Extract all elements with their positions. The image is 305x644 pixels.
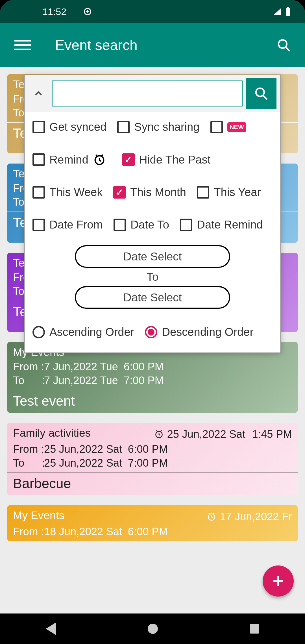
filter-get-synced[interactable]: Get synced bbox=[32, 121, 106, 133]
search-input[interactable] bbox=[52, 80, 243, 106]
filter-date-from[interactable]: Date From bbox=[32, 218, 103, 231]
checkbox-icon bbox=[32, 121, 45, 133]
signal-icon bbox=[273, 7, 282, 16]
date-select-from-button[interactable]: Date Select bbox=[75, 245, 230, 268]
collapse-icon[interactable] bbox=[29, 82, 48, 105]
svg-line-10 bbox=[263, 95, 267, 99]
add-event-button[interactable] bbox=[263, 565, 294, 597]
checkbox-icon bbox=[197, 186, 209, 199]
filter-sync-sharing[interactable]: Sync sharing bbox=[117, 121, 199, 133]
checkbox-icon bbox=[32, 219, 45, 231]
event-reminder: 25 Jun,2022 Sat 1:45 PM bbox=[154, 427, 292, 441]
new-badge: NEW bbox=[227, 122, 246, 132]
checkbox-icon bbox=[180, 219, 192, 231]
nav-home-icon[interactable] bbox=[148, 624, 158, 634]
filter-this-week[interactable]: This Week bbox=[32, 186, 103, 199]
filter-this-month[interactable]: This Month bbox=[113, 186, 186, 199]
filter-new[interactable]: NEW bbox=[210, 121, 246, 133]
filter-this-year[interactable]: This Year bbox=[197, 186, 261, 199]
svg-line-4 bbox=[286, 47, 290, 51]
status-time: 11:52 bbox=[42, 6, 66, 17]
event-category: My Events bbox=[13, 509, 64, 522]
event-category: Family activities bbox=[13, 427, 91, 439]
checkbox-icon bbox=[210, 121, 223, 133]
filter-date-to[interactable]: Date To bbox=[114, 218, 169, 231]
nav-recent-icon[interactable] bbox=[250, 624, 259, 634]
event-card[interactable]: My Events 17 Jun,2022 Fr From : 18 Jun,2… bbox=[7, 505, 298, 541]
search-button[interactable] bbox=[246, 78, 276, 109]
svg-rect-1 bbox=[286, 8, 290, 16]
filter-hide-past[interactable]: Hide The Past bbox=[122, 153, 211, 166]
menu-icon[interactable] bbox=[14, 40, 31, 50]
checkbox-icon bbox=[114, 219, 126, 231]
sort-descending[interactable]: Descending Order bbox=[145, 326, 254, 338]
svg-point-9 bbox=[256, 88, 264, 96]
radio-icon bbox=[145, 326, 157, 338]
filter-remind[interactable]: Remind bbox=[32, 153, 106, 166]
radio-icon bbox=[32, 326, 45, 338]
filter-date-remind[interactable]: Date Remind bbox=[180, 218, 263, 231]
alarm-icon bbox=[93, 153, 106, 166]
page-title: Event search bbox=[55, 37, 138, 53]
status-bar: 11:52 bbox=[0, 0, 305, 23]
checkbox-icon bbox=[117, 121, 130, 133]
event-title: Test event bbox=[7, 390, 298, 413]
android-nav-bar bbox=[0, 613, 305, 644]
checkbox-icon bbox=[122, 153, 135, 166]
app-bar: Event search bbox=[0, 23, 305, 67]
battery-icon bbox=[285, 7, 291, 16]
checkbox-icon bbox=[32, 153, 45, 166]
checkbox-icon bbox=[32, 186, 45, 199]
nav-back-icon[interactable] bbox=[46, 623, 56, 635]
date-to-label: To bbox=[32, 271, 273, 283]
filter-panel: Get synced Sync sharing NEW Remind bbox=[24, 75, 281, 353]
svg-rect-2 bbox=[287, 7, 289, 8]
svg-point-3 bbox=[278, 40, 287, 48]
search-icon[interactable] bbox=[277, 38, 291, 52]
event-card[interactable]: Family activities 25 Jun,2022 Sat 1:45 P… bbox=[7, 423, 298, 495]
checkbox-icon bbox=[113, 186, 126, 199]
event-reminder: 17 Jun,2022 Fr bbox=[207, 509, 292, 524]
app-status-icon bbox=[83, 7, 92, 16]
sort-ascending[interactable]: Ascending Order bbox=[32, 326, 134, 338]
event-title: Barbecue bbox=[7, 473, 298, 495]
date-select-to-button[interactable]: Date Select bbox=[75, 286, 230, 309]
